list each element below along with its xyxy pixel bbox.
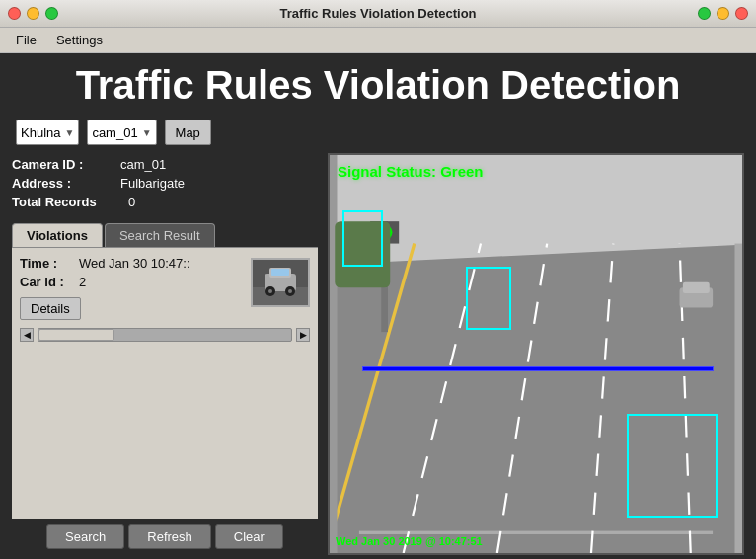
scroll-left-btn[interactable]: ◀ xyxy=(20,328,34,342)
clear-button[interactable]: Clear xyxy=(215,524,283,549)
window-title: Traffic Rules Violation Detection xyxy=(279,6,476,21)
maximize-btn[interactable] xyxy=(45,7,58,20)
scroll-track[interactable] xyxy=(38,328,292,342)
bottom-buttons: Search Refresh Clear xyxy=(12,519,318,555)
scroll-thumb xyxy=(38,329,114,341)
camera-id-value: cam_01 xyxy=(120,157,166,172)
close-btn[interactable] xyxy=(8,7,21,20)
main-content: Camera ID : cam_01 Address : Fulbarigate… xyxy=(0,149,756,559)
address-label: Address : xyxy=(12,176,120,191)
car-id-value: 2 xyxy=(79,275,86,289)
tab-violations[interactable]: Violations xyxy=(12,223,103,247)
search-button[interactable]: Search xyxy=(46,524,124,549)
tab-content-violations: Time : Wed Jan 30 10:47:: Car id : 2 Det… xyxy=(12,248,318,519)
svg-rect-18 xyxy=(330,155,338,553)
refresh-button[interactable]: Refresh xyxy=(128,524,211,549)
minimize-btn[interactable] xyxy=(27,7,39,20)
dot-red xyxy=(735,7,748,20)
time-label: Time : xyxy=(20,256,79,271)
dot-green xyxy=(698,7,711,20)
left-panel: Camera ID : cam_01 Address : Fulbarigate… xyxy=(12,153,318,555)
menu-bar: File Settings xyxy=(0,28,756,53)
scroll-right-btn[interactable]: ▶ xyxy=(296,328,310,342)
tabs: Violations Search Result xyxy=(12,223,318,248)
camera-select[interactable]: cam_01 ▼ xyxy=(87,120,156,145)
location-select[interactable]: Khulna ▼ xyxy=(16,120,79,145)
dot-yellow xyxy=(717,7,729,20)
total-records-value: 0 xyxy=(128,195,135,209)
svg-rect-9 xyxy=(271,269,289,276)
detection-box-bottom-right xyxy=(627,414,718,518)
address-row: Address : Fulbarigate xyxy=(12,176,318,191)
signal-status: Signal Status: Green xyxy=(338,163,484,180)
svg-rect-17 xyxy=(735,244,743,553)
title-bar: Traffic Rules Violation Detection xyxy=(0,0,756,28)
app-container: Traffic Rules Violation Detection Khulna… xyxy=(0,53,756,559)
location-arrow-icon: ▼ xyxy=(64,127,74,138)
time-value: Wed Jan 30 10:47:: xyxy=(79,256,190,271)
tab-search-result[interactable]: Search Result xyxy=(105,223,215,247)
menu-file[interactable]: File xyxy=(8,31,44,49)
location-value: Khulna xyxy=(21,125,60,140)
camera-arrow-icon: ▼ xyxy=(142,127,152,138)
detection-box-center xyxy=(466,267,511,330)
controls-row: Khulna ▼ cam_01 ▼ Map xyxy=(0,116,756,149)
menu-settings[interactable]: Settings xyxy=(48,31,111,49)
detection-box-top-left xyxy=(342,210,384,266)
car-thumbnail-image xyxy=(253,260,308,305)
camera-timestamp: Wed Jan 30 2019 @ 10:47:51 xyxy=(336,535,483,547)
window-controls-right xyxy=(698,7,748,20)
camera-id-row: Camera ID : cam_01 xyxy=(12,157,318,172)
details-button[interactable]: Details xyxy=(20,297,81,320)
info-section: Camera ID : cam_01 Address : Fulbarigate… xyxy=(12,153,318,217)
camera-value: cam_01 xyxy=(92,125,137,140)
scrollbar: ◀ ▶ xyxy=(20,328,310,342)
total-records-row: Total Records 0 xyxy=(12,195,318,209)
map-button[interactable]: Map xyxy=(165,120,211,145)
camera-id-label: Camera ID : xyxy=(12,157,120,172)
svg-point-7 xyxy=(268,289,272,293)
window-controls xyxy=(8,7,58,20)
address-value: Fulbarigate xyxy=(120,176,185,191)
camera-view: Signal Status: Green Wed Jan 30 2019 @ 1… xyxy=(328,153,744,555)
total-records-label: Total Records xyxy=(12,195,120,209)
blue-detection-line xyxy=(362,366,713,371)
svg-point-8 xyxy=(288,289,292,293)
app-title: Traffic Rules Violation Detection xyxy=(0,53,756,116)
car-id-label: Car id : xyxy=(20,275,79,289)
svg-rect-25 xyxy=(359,531,713,534)
car-thumbnail xyxy=(251,258,310,307)
svg-rect-24 xyxy=(683,282,710,293)
